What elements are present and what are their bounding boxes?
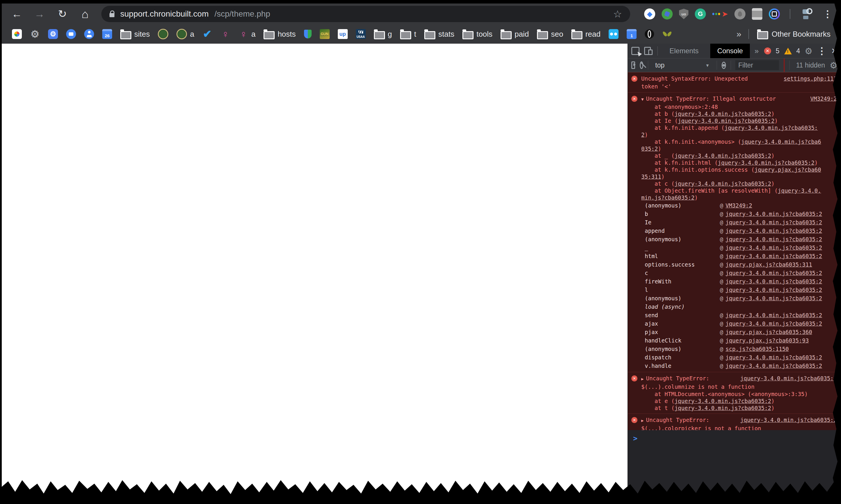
- bookmark-a[interactable]: a: [236, 29, 258, 39]
- more-tabs-icon[interactable]: [754, 47, 758, 56]
- source-link[interactable]: jquery.pjax.js?cba6035:93: [725, 337, 809, 344]
- url-path: /scp/theme.php: [214, 9, 270, 19]
- other-bookmarks[interactable]: Other Bookmarks: [752, 29, 834, 39]
- bookmark-upwork[interactable]: up: [335, 29, 350, 39]
- error-icon: [631, 375, 637, 381]
- bookmark-g[interactable]: g: [371, 29, 395, 39]
- bookmarks-overflow-icon[interactable]: [732, 29, 746, 39]
- error-count-icon[interactable]: [764, 48, 771, 54]
- source-link[interactable]: jquery-3.4.0.min.js?cba6035:2: [725, 287, 822, 293]
- source-link[interactable]: jquery-3.4.0.min.js?cba6035:2: [725, 253, 822, 259]
- source-link[interactable]: jquery-3.4.0.min.js?cba6035:2: [725, 219, 822, 226]
- expand-arrow-icon[interactable]: ▼: [641, 97, 644, 102]
- source-link[interactable]: jquery-3.4.0.min.js?cba6035:2: [725, 245, 822, 251]
- source-link[interactable]: jquery.pjax.js?cba6035:311: [725, 261, 812, 268]
- puzzle-extension-icon[interactable]: [662, 8, 673, 19]
- devtools-settings-icon[interactable]: [805, 46, 812, 56]
- bookmark-calendar-26[interactable]: 26: [100, 29, 115, 39]
- back-button[interactable]: [11, 8, 23, 20]
- source-link[interactable]: jquery-3.4.0.min.js?cba6035:2: [725, 312, 822, 318]
- source-link[interactable]: jquery-3.4.0.min.js?cba6035:2: [725, 320, 822, 327]
- bookmark-chat[interactable]: [64, 29, 78, 39]
- source-link[interactable]: jquery-3.4.0.min.js?cba6035:2: [725, 354, 822, 361]
- bookmark-gun[interactable]: GUN: [317, 29, 332, 39]
- bookmark-binoculars[interactable]: [606, 29, 621, 39]
- tagarrow-extension-icon[interactable]: [712, 8, 728, 19]
- bookmark-paid[interactable]: paid: [498, 29, 531, 39]
- devtools-menu-icon[interactable]: [817, 46, 826, 56]
- context-selector[interactable]: top: [653, 61, 712, 69]
- bookmark-greenpoint[interactable]: [155, 29, 171, 39]
- grammarly-extension-icon[interactable]: G: [695, 8, 706, 19]
- bookmark-hosts[interactable]: hosts: [261, 29, 298, 39]
- source-link[interactable]: jquery-3.4.0.min.js?cba6035:2: [725, 278, 822, 285]
- ring-extension-icon[interactable]: [769, 8, 780, 19]
- extensions: uoG: [644, 8, 780, 20]
- expand-arrow-icon[interactable]: ▶: [641, 418, 644, 423]
- source-link[interactable]: jquery-3.4.0.min.js?cba6035:2: [725, 211, 822, 217]
- bookmark-read[interactable]: read: [569, 29, 603, 39]
- live-expression-icon[interactable]: [722, 62, 726, 69]
- device-toolbar-icon[interactable]: [644, 47, 651, 55]
- source-link[interactable]: jquery-3.4.0.min.js?cba6035:2: [725, 270, 822, 276]
- source-link[interactable]: settings.php:113: [784, 75, 837, 83]
- bookmark-plant[interactable]: [660, 29, 675, 39]
- address-bar[interactable]: support.chronicbuilt.com /scp/theme.php: [101, 6, 630, 22]
- gem-extension-icon[interactable]: [644, 8, 655, 19]
- flame-extension-icon[interactable]: [734, 8, 746, 19]
- warning-count: 4: [796, 47, 800, 55]
- bookmark-a[interactable]: a: [174, 29, 196, 39]
- bookmark-stats[interactable]: stats: [422, 29, 457, 39]
- bookmark-sites[interactable]: sites: [118, 29, 152, 39]
- bookmark-globe[interactable]: [642, 30, 657, 39]
- ublock-extension-icon[interactable]: uo: [679, 9, 688, 19]
- console-message[interactable]: ▶Uncaught TypeError:jquery-3.4.0.min.js?…: [628, 414, 841, 430]
- source-link[interactable]: jquery-3.4.0.min.js?cba6035:2: [740, 375, 837, 382]
- source-link[interactable]: scp.js?cba6035:1150: [725, 346, 789, 352]
- devtools-close-icon[interactable]: [831, 47, 838, 56]
- binoculars-icon: [609, 29, 618, 39]
- bookmark-tools[interactable]: tools: [460, 29, 495, 39]
- source-link[interactable]: jquery-3.4.0.min.js?cba6035:2: [725, 363, 822, 369]
- bookmark-star-icon[interactable]: [613, 8, 622, 20]
- bookmark-contact[interactable]: [82, 29, 97, 39]
- source-link[interactable]: VM3249:2: [810, 95, 837, 103]
- bookmark-check[interactable]: [200, 29, 215, 39]
- source-link[interactable]: VM3249:2: [725, 202, 752, 209]
- console-message[interactable]: ▼Uncaught TypeError: Illegal constructor…: [628, 92, 841, 372]
- inspect-element-icon[interactable]: [631, 47, 639, 55]
- filter-input[interactable]: [735, 60, 779, 70]
- home-button[interactable]: [78, 7, 91, 21]
- bookmark-venus[interactable]: [218, 29, 233, 39]
- tab-console[interactable]: Console: [710, 44, 750, 58]
- console-message[interactable]: Uncaught SyntaxError: Unexpectedsettings…: [628, 72, 841, 92]
- bookmark-chrome-store[interactable]: [9, 29, 24, 39]
- page-content[interactable]: [2, 44, 628, 504]
- bookmark-gear[interactable]: [28, 29, 42, 39]
- tab-elements[interactable]: Elements: [663, 44, 705, 58]
- source-link[interactable]: jquery-3.4.0.min.js?cba6035:2: [725, 295, 822, 302]
- source-link[interactable]: jquery.pjax.js?cba6035:360: [725, 329, 812, 335]
- bookmark-seo[interactable]: seo: [535, 29, 566, 39]
- bookmark-calendar-1[interactable]: 1: [624, 29, 639, 39]
- bookmark-usaa[interactable]: USAA: [353, 29, 368, 39]
- reload-button[interactable]: [56, 8, 69, 20]
- bookmark-t[interactable]: t: [398, 29, 419, 39]
- source-link[interactable]: jquery-3.4.0.min.js?cba6035:2: [725, 236, 822, 242]
- chrome-menu-icon[interactable]: [823, 8, 832, 19]
- console-sidebar-icon[interactable]: [631, 61, 635, 69]
- clear-console-icon[interactable]: [640, 61, 643, 69]
- bookmark-wrench[interactable]: [46, 29, 60, 39]
- card-extension-icon[interactable]: [752, 8, 763, 20]
- expand-arrow-icon[interactable]: ▶: [641, 377, 644, 381]
- console-settings-icon[interactable]: [830, 60, 838, 70]
- forward-button[interactable]: [33, 8, 46, 20]
- toolbar-divider: [789, 60, 790, 70]
- bookmark-shield-duo[interactable]: [301, 30, 314, 38]
- source-link[interactable]: jquery-3.4.0.min.js?cba6035:2: [740, 416, 837, 424]
- console-message[interactable]: ▶Uncaught TypeError:jquery-3.4.0.min.js?…: [628, 372, 841, 414]
- robot-profile-icon[interactable]: [800, 7, 813, 20]
- warning-count-icon[interactable]: [784, 48, 792, 54]
- source-link[interactable]: jquery-3.4.0.min.js?cba6035:2: [725, 228, 822, 234]
- console-prompt-row[interactable]: >: [628, 430, 841, 504]
